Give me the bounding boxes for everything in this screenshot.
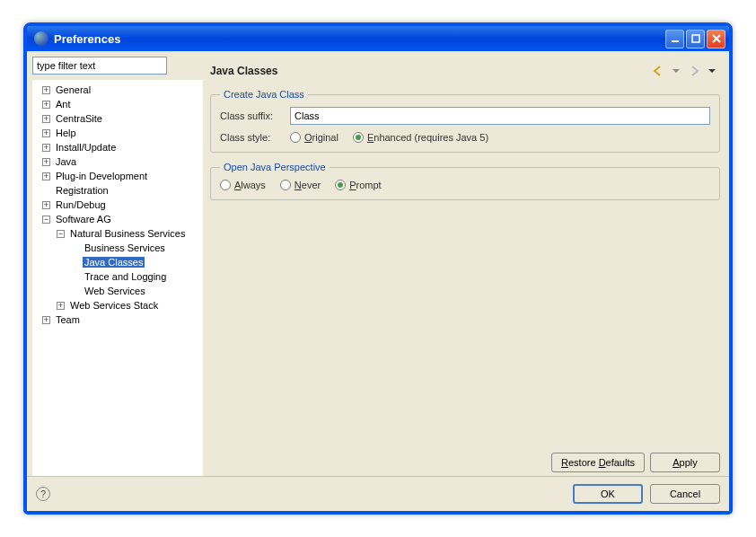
collapse-icon[interactable]: −: [42, 216, 50, 224]
svg-rect-1: [692, 35, 699, 42]
ok-button[interactable]: OK: [573, 484, 643, 504]
tree-item[interactable]: −Natural Business Services: [35, 226, 200, 241]
tree-item-label: Java Classes: [83, 257, 145, 268]
open-java-perspective-group: Open Java Perspective Always Never: [210, 162, 720, 200]
close-button[interactable]: [707, 30, 725, 48]
radio-enhanced-label: nhanced (requires Java 5): [374, 132, 488, 143]
expand-icon[interactable]: +: [42, 101, 50, 109]
tree-item-label: Trace and Logging: [83, 271, 168, 282]
radio-never[interactable]: Never: [280, 180, 321, 190]
tree-item-label: Registration: [54, 185, 110, 196]
tree-item[interactable]: +CentraSite: [35, 111, 200, 126]
tree-item[interactable]: +Java: [35, 154, 200, 169]
tree-item[interactable]: Java Classes: [35, 255, 200, 269]
expand-icon[interactable]: +: [42, 144, 50, 152]
tree-item-label: Web Services Stack: [68, 300, 160, 311]
no-expand-icon: [71, 287, 79, 295]
tree-item[interactable]: Registration: [35, 183, 200, 198]
tree-item[interactable]: +Run/Debug: [35, 198, 200, 212]
minimize-button[interactable]: [665, 30, 684, 48]
class-style-label: Class style:: [220, 132, 283, 143]
tree-item-label: CentraSite: [54, 113, 104, 124]
class-suffix-input[interactable]: [290, 107, 710, 125]
expand-icon[interactable]: +: [42, 158, 50, 166]
filter-input[interactable]: [32, 57, 167, 75]
no-expand-icon: [42, 187, 50, 195]
no-expand-icon: [71, 259, 79, 267]
cancel-button[interactable]: Cancel: [650, 484, 720, 504]
tree-item[interactable]: +Web Services Stack: [35, 298, 200, 313]
tree-item-label: Help: [54, 128, 78, 138]
collapse-icon[interactable]: −: [57, 230, 65, 238]
restore-defaults-button[interactable]: Restore Defaults: [551, 453, 645, 472]
tree-item[interactable]: +Plug-in Development: [35, 169, 200, 183]
radio-always-label: lways: [241, 180, 266, 190]
expand-icon[interactable]: +: [42, 201, 50, 209]
radio-never-label: ever: [302, 180, 321, 190]
maximize-button[interactable]: [686, 30, 705, 48]
tree-item[interactable]: +Team: [35, 313, 200, 327]
tree-item[interactable]: +General: [35, 83, 200, 97]
back-dropdown-icon[interactable]: [668, 63, 684, 79]
tree-item-label: Web Services: [83, 286, 147, 296]
titlebar[interactable]: Preferences: [27, 26, 729, 51]
expand-icon[interactable]: +: [42, 115, 50, 123]
group-legend: Create Java Class: [220, 89, 308, 100]
tree-item-label: Natural Business Services: [68, 228, 187, 239]
tree-item-label: Plug-in Development: [54, 171, 149, 181]
menu-dropdown-icon[interactable]: [704, 63, 720, 79]
tree-item[interactable]: +Ant: [35, 97, 200, 111]
no-expand-icon: [71, 273, 79, 281]
tree-item-label: General: [54, 84, 92, 95]
tree-item[interactable]: Web Services: [35, 284, 200, 298]
radio-enhanced[interactable]: Enhanced (requires Java 5): [353, 132, 488, 143]
create-java-class-group: Create Java Class Class suffix: Class st…: [210, 89, 720, 153]
radio-prompt-label: rompt: [356, 180, 382, 190]
tree-item-label: Install/Update: [54, 142, 118, 153]
forward-button[interactable]: [686, 63, 702, 79]
no-expand-icon: [71, 244, 79, 252]
page-title: Java Classes: [210, 65, 648, 77]
window-title: Preferences: [54, 32, 665, 46]
radio-always[interactable]: Always: [220, 180, 266, 190]
tree-item-label: Business Services: [83, 242, 167, 253]
tree-item-label: Team: [54, 314, 82, 325]
tree-item-label: Java: [54, 156, 78, 167]
preferences-tree[interactable]: +General+Ant+CentraSite+Help+Install/Upd…: [32, 80, 203, 476]
group-legend: Open Java Perspective: [220, 162, 330, 172]
tree-item[interactable]: +Help: [35, 126, 200, 140]
back-button[interactable]: [650, 63, 666, 79]
radio-original-label: riginal: [312, 132, 338, 143]
tree-item-label: Ant: [54, 99, 73, 110]
main-panel: Java Classes Create Java Class: [207, 57, 724, 476]
apply-button[interactable]: Apply: [650, 453, 720, 472]
tree-item-label: Run/Debug: [54, 199, 108, 210]
svg-rect-0: [672, 40, 679, 42]
tree-item[interactable]: +Install/Update: [35, 140, 200, 154]
tree-item[interactable]: Business Services: [35, 241, 200, 255]
preferences-window: Preferences +General+Ant+CentraSite+Help…: [23, 22, 733, 515]
tree-item[interactable]: −Software AG: [35, 212, 200, 226]
expand-icon[interactable]: +: [42, 129, 50, 137]
sidebar: +General+Ant+CentraSite+Help+Install/Upd…: [32, 57, 203, 476]
tree-item[interactable]: Trace and Logging: [35, 269, 200, 284]
expand-icon[interactable]: +: [42, 316, 50, 324]
radio-original[interactable]: Original: [290, 132, 338, 143]
radio-prompt[interactable]: Prompt: [335, 180, 381, 190]
expand-icon[interactable]: +: [42, 172, 50, 180]
eclipse-icon: [34, 31, 48, 46]
help-icon[interactable]: ?: [36, 487, 50, 501]
expand-icon[interactable]: +: [42, 86, 50, 94]
tree-item-label: Software AG: [54, 214, 113, 224]
class-suffix-label: Class suffix:: [220, 110, 283, 121]
expand-icon[interactable]: +: [57, 302, 65, 310]
